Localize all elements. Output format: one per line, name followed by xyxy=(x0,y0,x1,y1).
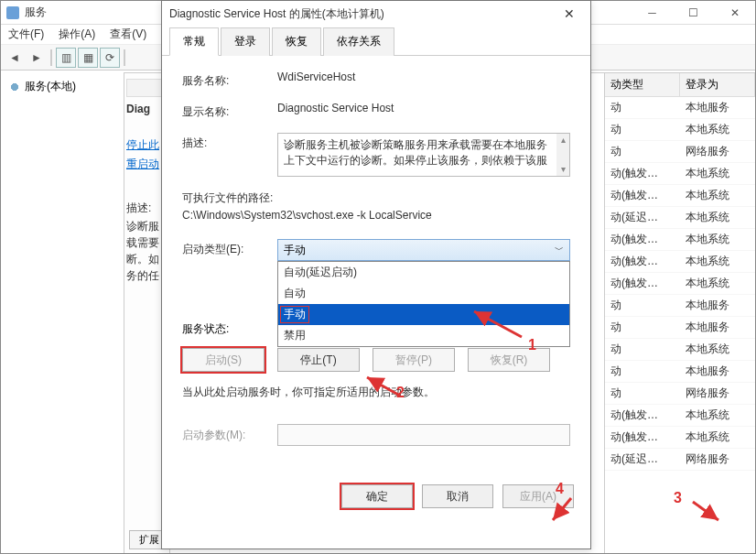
disp-name-value: Diagnostic Service Host xyxy=(277,102,570,114)
svc-name-label: 服务名称: xyxy=(182,71,277,89)
table-row[interactable]: 动(触发…本地系统 xyxy=(605,251,755,273)
menu-action[interactable]: 操作(A) xyxy=(55,27,99,42)
gear-icon xyxy=(8,81,21,93)
back-button[interactable]: ◄ xyxy=(5,48,25,68)
window-controls: ─ ☐ ✕ xyxy=(632,1,755,25)
tab-general[interactable]: 常规 xyxy=(169,27,219,56)
table-row[interactable]: 动(触发…本地系统 xyxy=(605,405,755,427)
table-row[interactable]: 动(触发…本地系统 xyxy=(605,229,755,251)
hint-text: 当从此处启动服务时，你可指定所适用的启动参数。 xyxy=(182,385,570,400)
table-row[interactable]: 动本地系统 xyxy=(605,339,755,361)
refresh-button[interactable]: ⟳ xyxy=(100,48,120,68)
table-row[interactable]: 动(触发…本地系统 xyxy=(605,273,755,295)
table-row[interactable]: 动本地服务 xyxy=(605,97,755,119)
services-list: 动类型 登录为 动本地服务动本地系统动网络服务动(触发…本地系统动(触发…本地系… xyxy=(604,73,755,553)
table-row[interactable]: 动网络服务 xyxy=(605,141,755,163)
toolbar-btn-1[interactable]: ▥ xyxy=(56,48,76,68)
menu-file[interactable]: 文件(F) xyxy=(5,27,48,42)
col-startup[interactable]: 动类型 xyxy=(605,73,680,96)
dlg-tabs: 常规 登录 恢复 依存关系 xyxy=(162,27,590,56)
desc-text: 诊断服务主机被诊断策略服务用来承载需要在本地服务上下文中运行的诊断。如果停止该服… xyxy=(284,138,547,167)
tab-recovery[interactable]: 恢复 xyxy=(272,27,321,56)
maximize-button[interactable]: ☐ xyxy=(673,1,714,25)
startup-type-select[interactable]: 手动 ﹀ 自动(延迟启动) 自动 手动 禁用 xyxy=(277,239,570,261)
tree-item-label: 服务(本地) xyxy=(25,79,76,94)
stop-button[interactable]: 停止(T) xyxy=(277,348,360,372)
pause-button[interactable]: 暂停(P) xyxy=(373,348,455,372)
table-row[interactable]: 动(触发…本地系统 xyxy=(605,427,755,449)
table-row[interactable]: 动本地系统 xyxy=(605,119,755,141)
startup-type-label: 启动类型(E): xyxy=(182,239,277,257)
dlg-close-button[interactable]: ✕ xyxy=(556,6,583,21)
scrollbar[interactable]: ▴▾ xyxy=(556,134,569,176)
table-row[interactable]: 动本地服务 xyxy=(605,361,755,383)
exe-path-value: C:\Windows\System32\svchost.exe -k Local… xyxy=(182,207,570,224)
apply-button[interactable]: 应用(A) xyxy=(502,484,574,508)
sep2 xyxy=(124,49,125,66)
resume-button[interactable]: 恢复(R) xyxy=(468,348,550,372)
param-input xyxy=(277,424,570,446)
ok-button[interactable]: 确定 xyxy=(341,484,413,508)
table-row[interactable]: 动(触发…本地系统 xyxy=(605,185,755,207)
list-header: 动类型 登录为 xyxy=(605,73,755,97)
param-label: 启动参数(M): xyxy=(182,428,277,443)
exe-path-label: 可执行文件的路径: xyxy=(182,190,570,207)
tree-item-services[interactable]: 服务(本地) xyxy=(5,76,120,97)
startup-dropdown: 自动(延迟启动) 自动 手动 禁用 xyxy=(277,261,570,347)
forward-button[interactable]: ► xyxy=(27,48,47,68)
separator xyxy=(50,49,52,66)
dlg-title: Diagnostic Service Host 的属性(本地计算机) xyxy=(169,6,556,22)
table-row[interactable]: 动(触发…本地系统 xyxy=(605,163,755,185)
svc-name-value: WdiServiceHost xyxy=(277,71,570,83)
disp-name-label: 显示名称: xyxy=(182,102,277,120)
chevron-down-icon: ﹀ xyxy=(555,244,564,256)
opt-manual[interactable]: 手动 xyxy=(278,304,569,325)
table-row[interactable]: 动网络服务 xyxy=(605,383,755,405)
opt-disabled[interactable]: 禁用 xyxy=(278,325,569,346)
table-row[interactable]: 动(延迟…本地系统 xyxy=(605,207,755,229)
close-button[interactable]: ✕ xyxy=(714,1,755,25)
opt-auto-delayed[interactable]: 自动(延迟启动) xyxy=(278,262,569,283)
tab-deps[interactable]: 依存关系 xyxy=(323,27,394,56)
services-icon xyxy=(6,6,19,19)
status-label: 服务状态: xyxy=(182,321,277,337)
table-row[interactable]: 动(延迟…网络服务 xyxy=(605,449,755,471)
col-logon[interactable]: 登录为 xyxy=(680,73,755,96)
startup-selected: 手动 xyxy=(284,243,306,258)
table-row[interactable]: 动本地服务 xyxy=(605,317,755,339)
menu-view[interactable]: 查看(V) xyxy=(106,27,150,42)
minimize-button[interactable]: ─ xyxy=(632,1,673,25)
properties-dialog: Diagnostic Service Host 的属性(本地计算机) ✕ 常规 … xyxy=(161,0,591,549)
tree-pane: 服务(本地) xyxy=(1,72,124,553)
cancel-button[interactable]: 取消 xyxy=(422,484,493,508)
dlg-titlebar: Diagnostic Service Host 的属性(本地计算机) ✕ xyxy=(162,1,590,27)
start-button[interactable]: 启动(S) xyxy=(182,348,265,372)
desc-textbox[interactable]: 诊断服务主机被诊断策略服务用来承载需要在本地服务上下文中运行的诊断。如果停止该服… xyxy=(277,133,570,177)
toolbar-btn-2[interactable]: ▦ xyxy=(78,48,98,68)
opt-auto[interactable]: 自动 xyxy=(278,283,569,304)
table-row[interactable]: 动本地服务 xyxy=(605,295,755,317)
desc-label: 描述: xyxy=(182,133,277,151)
tab-logon[interactable]: 登录 xyxy=(221,27,270,56)
